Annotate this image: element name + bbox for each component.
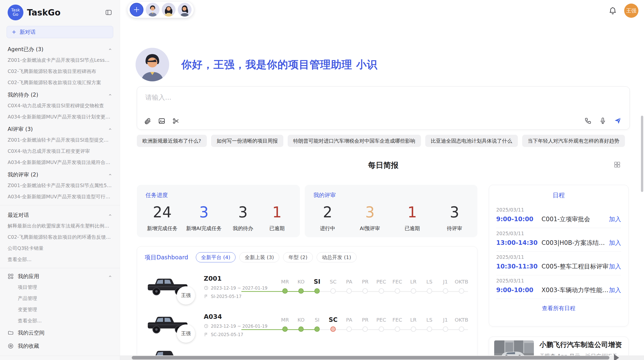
microphone-icon[interactable] <box>599 117 607 125</box>
sidebar-task-item[interactable]: A034-全新新能源MUV产品开发项目法规符合性评审 <box>8 160 112 165</box>
sidebar-task-item[interactable]: Z001-全新燃油轻卡产品开发项目SI节点属性5D文件评审 <box>8 183 112 188</box>
daily-briefing-header: 每日简报 <box>137 160 630 171</box>
chevron-up-icon <box>108 213 112 217</box>
project-flag-date: SI-2025-05-17 <box>211 294 242 299</box>
project-period: 2023-12-19 ~ 2026-01-19 <box>211 324 268 329</box>
recent-chats-view-all[interactable]: 查看全部... <box>8 257 112 262</box>
suggestion-chip[interactable]: 欧洲新规最近颁布了什么? <box>137 135 207 147</box>
suggestion-chip[interactable]: 如何写一份清晰的项目周报 <box>211 135 283 147</box>
milestone-dot <box>427 288 432 294</box>
section-my-apps[interactable]: 我的应用 <box>8 273 112 280</box>
suggestion-chip[interactable]: 比亚迪全固态电池计划具体说了什么 <box>425 135 518 147</box>
attachment-icon[interactable] <box>144 117 151 125</box>
suggestion-chip[interactable]: 特朗普可能对进口汽车增税会对中国车企造成哪些影响 <box>288 135 421 147</box>
notification-bell-icon[interactable] <box>608 6 617 15</box>
sidebar-task-item[interactable]: A034-全新新能源MUV产品开发项目计划变更表编写 <box>8 114 112 119</box>
milestone-dot <box>395 288 400 294</box>
prompt-input[interactable] <box>145 93 480 101</box>
scissors-icon[interactable] <box>172 117 180 125</box>
project-dashboard-card: 项目Dashboard 全新平台 (4) 全新上装 (3) 年型 (2) 动总开… <box>137 246 477 360</box>
horizontal-scrollbar-thumb[interactable] <box>132 356 609 359</box>
tab-platform[interactable]: 全新平台 (4) <box>196 252 236 262</box>
image-icon[interactable] <box>158 117 166 125</box>
section-agent-done[interactable]: Agent已办 (3) <box>8 46 112 53</box>
agent-avatar[interactable] <box>162 3 175 17</box>
join-link[interactable]: 加入 <box>609 286 621 294</box>
milestone: LR <box>405 276 421 298</box>
app-item-product[interactable]: 产品管理 <box>18 296 112 301</box>
schedule-item: 2025/03/11 10:30-11:30 C005-整车工程目标评审 加入 <box>496 252 621 275</box>
chevron-up-icon <box>108 127 112 131</box>
tab-model-year[interactable]: 年型 (2) <box>283 252 313 262</box>
metric-overdue: 1 已逾期 <box>264 204 290 232</box>
section-recent-chats[interactable]: 最近对话 <box>8 212 112 219</box>
section-title: 我的待办 (2) <box>8 91 38 98</box>
schedule-item: 2025/03/11 13:00-14:30 C003|H0B-方案冻结评审 加… <box>496 228 621 252</box>
sidebar-item-cloud-space[interactable]: 我的云空间 <box>8 329 112 336</box>
user-avatar[interactable]: 王强 <box>624 4 638 18</box>
section-my-review[interactable]: 我的评审 (2) <box>8 171 112 178</box>
app-item-project[interactable]: 项目管理 <box>18 284 112 290</box>
horizontal-scrollbar[interactable] <box>120 355 644 360</box>
sidebar-task-item[interactable]: Z001-全新燃油轻卡产品开发项目SI造型提交物评审 <box>8 137 112 143</box>
recent-chat-item[interactable]: 公司Q3轻卡销量 <box>8 246 112 251</box>
milestone: J1 <box>437 276 453 298</box>
join-link[interactable]: 加入 <box>609 262 621 271</box>
sidebar-task-item[interactable]: A034-全新新能源MUV产品开发项目造型可行性评审 <box>8 194 112 199</box>
app-name: TaskGo <box>27 8 101 18</box>
recent-chat-item[interactable]: C02-飞腾新能源轻客改款项目的闭环通告反馈情况 <box>8 234 112 240</box>
vertical-scrollbar-thumb[interactable] <box>641 116 643 192</box>
metric-ai-prereview: 3 AI预评审 <box>357 204 383 232</box>
milestone-dot <box>346 326 352 332</box>
join-link[interactable]: 加入 <box>609 239 621 247</box>
stat-card-title: 我的评审 <box>313 191 469 199</box>
milestone-timeline: MR KO SI SC PA PR PEC FEC LR LS J1 OKTB <box>277 276 470 298</box>
sidebar-collapse-icon[interactable] <box>105 9 112 16</box>
project-info: A034 2023-12-19 ~ 2026-01-19 SC-2025-05-… <box>204 313 268 337</box>
tab-upfit[interactable]: 全新上装 (3) <box>239 252 279 262</box>
join-link[interactable]: 加入 <box>609 215 621 223</box>
view-all-schedule-link[interactable]: 查看所有日程 <box>496 305 621 312</box>
phone-icon[interactable] <box>584 117 592 125</box>
event-name: C005-整车工程目标评审 <box>541 262 609 271</box>
new-chat-button[interactable]: 新对话 <box>7 26 113 38</box>
milestone: J1 <box>437 314 453 336</box>
event-name: X003-车辆动力学性能验... <box>541 286 609 294</box>
prompt-input-card <box>137 86 630 130</box>
send-icon[interactable] <box>614 117 622 125</box>
agent-avatar[interactable] <box>178 3 192 17</box>
clock-icon <box>204 286 209 290</box>
project-owner-badge: 王强 <box>177 286 195 305</box>
layout-grid-icon[interactable] <box>614 161 621 168</box>
sidebar-task-item[interactable]: C02-飞腾新能源轻客改款项目立项汇报方案 <box>8 80 112 85</box>
sidebar-task-item[interactable]: C0X4-动力总成开发项目SI里程碑提交物检查 <box>8 103 112 108</box>
sidebar-task-item[interactable]: Z001-全新燃油皮卡产品开发项目SI节点Lesson Learn报告 <box>8 57 112 63</box>
agent-avatar[interactable] <box>146 3 159 17</box>
sidebar-task-item[interactable]: C02-飞腾新能源轻客改款项目里程碑画布 <box>8 69 112 74</box>
quick-agent-pill <box>127 1 194 18</box>
milestone-dot <box>395 326 400 332</box>
milestone: FEC <box>389 276 405 298</box>
section-my-todo[interactable]: 我的待办 (2) <box>8 91 112 98</box>
milestone: OKTB <box>453 314 470 336</box>
app-item-change[interactable]: 变更管理 <box>18 307 112 312</box>
project-row[interactable]: 王强 A034 2023-12-19 ~ 2026-01-19 SC-2025-… <box>145 311 470 339</box>
metric-my-todo: 3 我的待办 <box>230 204 256 232</box>
metric-new-ai-done: 3 新增AI完成任务 <box>186 204 222 232</box>
section-ai-review[interactable]: AI评审 (3) <box>8 126 112 133</box>
tab-powertrain[interactable]: 动总开发 (1) <box>317 252 357 262</box>
recent-chat-item[interactable]: 解释最新出台的欧盟报废车法规再生塑料比例被调至15%... <box>8 223 112 229</box>
milestone-dot <box>282 288 288 294</box>
suggestion-chip[interactable]: 当下年轻人对汽车外观有怎样的喜好趋势 <box>522 135 625 147</box>
scroll-right-arrow-icon[interactable] <box>614 354 619 360</box>
project-info: Z001 2023-12-19 ~ 2027-01-19 SI-2025-05-… <box>204 275 268 299</box>
apps-view-all[interactable]: 查看全部... <box>18 318 112 323</box>
sidebar-task-item[interactable]: C0X4-动力总成开发项目工程变更评审 <box>8 148 112 154</box>
add-agent-button[interactable] <box>130 3 143 17</box>
project-row[interactable]: 王强 Z001 2023-12-19 ~ 2027-01-19 SI-2025-… <box>145 273 470 301</box>
stat-cards: 任务进度 24 新增完成任务 3 新增AI完成任务 3 我的待办 1 已逾期 <box>137 185 477 237</box>
flag-icon <box>204 294 209 299</box>
sidebar-item-favorites[interactable]: 我的收藏 <box>8 342 112 350</box>
milestone: PA <box>341 276 357 298</box>
milestone: FEC <box>389 314 405 336</box>
